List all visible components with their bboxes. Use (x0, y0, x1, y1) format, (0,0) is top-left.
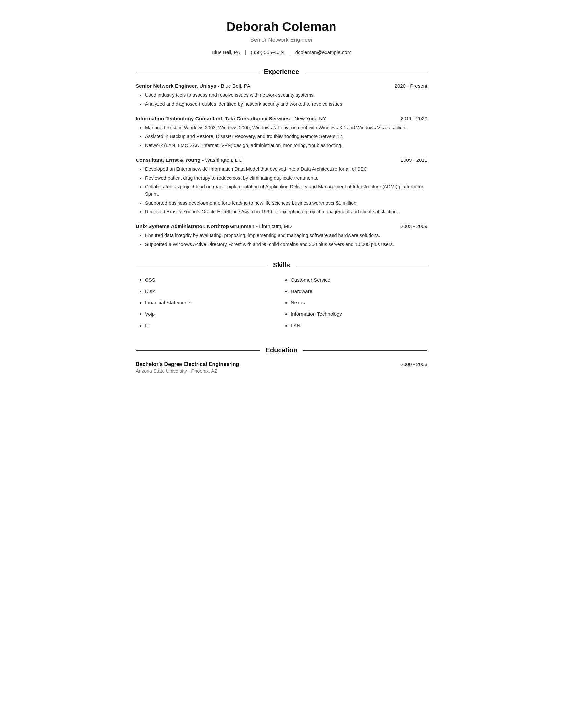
bullet-4-1: Ensured data integrity by evaluating, pr… (145, 232, 427, 239)
bullet-4-2: Supported a Windows Active Directory For… (145, 241, 427, 248)
bullet-1-1: Used industry tools to assess and resolv… (145, 92, 427, 99)
edu-degree-1: Bachelor's Degree Electrical Engineering (136, 361, 239, 367)
edu-header-row-1: Bachelor's Degree Electrical Engineering… (136, 361, 427, 367)
edu-dates-1: 2000 - 2003 (401, 361, 427, 367)
education-section-header: Education (136, 346, 427, 354)
skills-section-header: Skills (136, 261, 427, 269)
job-location-2: New York, NY (295, 116, 326, 121)
job-dates-3: 2009 - 2011 (401, 157, 427, 163)
education-section-title: Education (259, 346, 304, 354)
skill-hardware: Hardware (291, 288, 427, 295)
skill-financial-statements: Financial Statements (145, 299, 282, 307)
skills-grid: CSS Disk Financial Statements Voip IP Cu… (136, 276, 427, 334)
education-line-left (136, 350, 259, 351)
job-entry-1: Senior Network Engineer, Unisys - Blue B… (136, 83, 427, 108)
bullet-3-2: Reviewed patient drug therapy to reduce … (145, 175, 427, 182)
skill-nexus: Nexus (291, 299, 427, 307)
bullet-3-3: Collaborated as project lead on major im… (145, 183, 427, 198)
header-section: Deborah Coleman Senior Network Engineer … (136, 20, 427, 55)
skill-lan: LAN (291, 322, 427, 330)
candidate-name: Deborah Coleman (136, 20, 427, 34)
job-entry-3: Consultant, Ernst & Young - Washington, … (136, 157, 427, 216)
experience-section-title: Experience (258, 68, 305, 76)
job-title-loc-4: Unix Systems Administrator, Northrop Gru… (136, 223, 292, 229)
experience-section-header: Experience (136, 68, 427, 76)
job-bullets-3: Developed an Enterprisewide Information … (136, 166, 427, 216)
bullet-3-5: Received Ernst & Young's Oracle Excellen… (145, 208, 427, 216)
section-line-right (305, 72, 427, 72)
job-title-loc-1: Senior Network Engineer, Unisys - Blue B… (136, 83, 250, 89)
job-title-bold-4: Unix Systems Administrator, Northrop Gru… (136, 223, 258, 229)
job-dates-2: 2011 - 2020 (401, 116, 427, 121)
experience-section: Experience Senior Network Engineer, Unis… (136, 68, 427, 248)
job-title-loc-2: Information Technology Consultant, Tata … (136, 116, 326, 122)
skill-voip: Voip (145, 310, 282, 318)
job-title-bold-1: Senior Network Engineer, Unisys - (136, 83, 219, 89)
job-header-row-2: Information Technology Consultant, Tata … (136, 116, 427, 122)
job-bullets-4: Ensured data integrity by evaluating, pr… (136, 232, 427, 248)
job-header-row-4: Unix Systems Administrator, Northrop Gru… (136, 223, 427, 229)
skills-left-col: CSS Disk Financial Statements Voip IP (136, 276, 282, 334)
skills-section-title: Skills (267, 261, 296, 269)
skill-css: CSS (145, 276, 282, 284)
bullet-3-1: Developed an Enterprisewide Information … (145, 166, 427, 173)
contact-phone: (350) 555-4684 (251, 49, 285, 55)
job-dates-1: 2020 - Present (395, 83, 427, 89)
bullet-2-2: Assisted in Backup and Restore, Disaster… (145, 133, 427, 140)
job-title-bold-2: Information Technology Consultant, Tata … (136, 116, 293, 121)
skill-information-technology: Information Technology (291, 310, 427, 318)
bullet-2-3: Network (LAN, EMC SAN, Internet, VPN) de… (145, 142, 427, 149)
separator-2: | (290, 49, 291, 55)
separator-1: | (245, 49, 246, 55)
education-section: Education Bachelor's Degree Electrical E… (136, 346, 427, 374)
job-entry-2: Information Technology Consultant, Tata … (136, 116, 427, 149)
bullet-3-4: Supported business development efforts l… (145, 200, 427, 207)
bullet-2-1: Managed existing Windows 2003, Windows 2… (145, 124, 427, 132)
skills-section: Skills CSS Disk Financial Statements Voi… (136, 261, 427, 334)
edu-entry-1: Bachelor's Degree Electrical Engineering… (136, 361, 427, 374)
education-line-right (304, 350, 427, 351)
job-title-loc-3: Consultant, Ernst & Young - Washington, … (136, 157, 242, 163)
skills-right-col: Customer Service Hardware Nexus Informat… (282, 276, 427, 334)
skills-line-right (296, 265, 427, 266)
job-dates-4: 2003 - 2009 (401, 223, 427, 229)
job-entry-4: Unix Systems Administrator, Northrop Gru… (136, 223, 427, 248)
skill-disk: Disk (145, 288, 282, 295)
job-location-1: Blue Bell, PA (221, 83, 250, 89)
contact-info: Blue Bell, PA | (350) 555-4684 | dcolema… (136, 49, 427, 55)
job-location-3: Washington, DC (205, 157, 242, 163)
contact-location: Blue Bell, PA (211, 49, 240, 55)
candidate-title: Senior Network Engineer (136, 37, 427, 43)
skills-line-left (136, 265, 267, 266)
bullet-1-2: Analyzed and diagnosed troubles identifi… (145, 101, 427, 108)
section-line-left (136, 72, 258, 72)
edu-institution-1: Arizona State University - Phoenix, AZ (136, 368, 427, 374)
skill-customer-service: Customer Service (291, 276, 427, 284)
job-bullets-2: Managed existing Windows 2003, Windows 2… (136, 124, 427, 149)
resume-page: Deborah Coleman Senior Network Engineer … (122, 0, 441, 403)
job-bullets-1: Used industry tools to assess and resolv… (136, 92, 427, 108)
job-header-row-3: Consultant, Ernst & Young - Washington, … (136, 157, 427, 163)
contact-email: dcoleman@example.com (296, 49, 352, 55)
job-header-row-1: Senior Network Engineer, Unisys - Blue B… (136, 83, 427, 89)
skill-ip: IP (145, 322, 282, 330)
job-location-4: Linthicum, MD (259, 223, 292, 229)
job-title-bold-3: Consultant, Ernst & Young - (136, 157, 204, 163)
